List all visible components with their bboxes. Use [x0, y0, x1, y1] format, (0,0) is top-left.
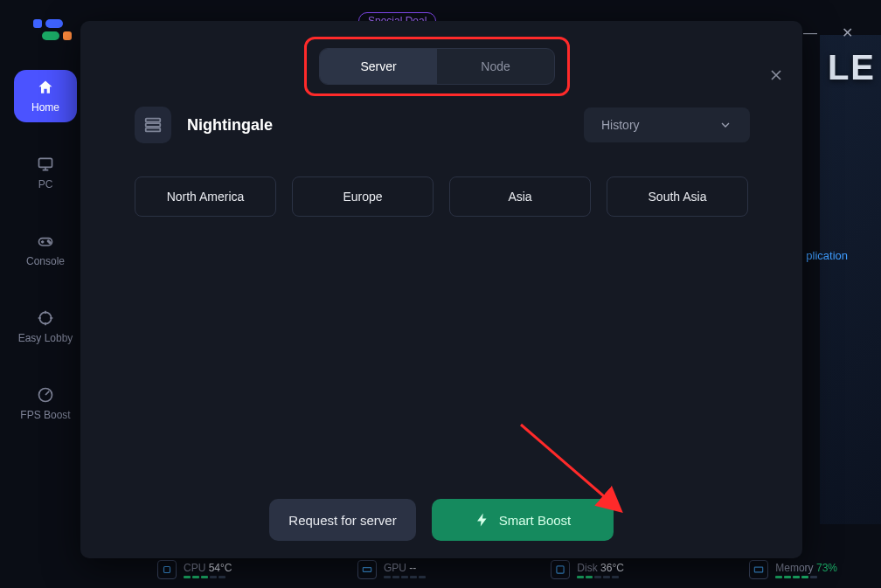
modal-close-button[interactable]	[767, 66, 785, 87]
sidebar-item-fps-boost[interactable]: FPS Boost	[14, 377, 77, 430]
svg-rect-0	[39, 158, 52, 167]
gauge-icon	[37, 386, 54, 404]
sidebar-item-home[interactable]: Home	[14, 70, 77, 122]
server-node-tabs: Server Node	[319, 48, 555, 85]
background-title-fragment: LE	[828, 48, 876, 87]
memory-stat: Memory 73%	[749, 560, 837, 579]
region-europe[interactable]: Europe	[292, 176, 434, 217]
app-logo	[33, 19, 72, 40]
gpu-icon	[357, 560, 377, 579]
request-server-button[interactable]: Request for server	[269, 499, 416, 541]
tab-highlight-annotation: Server Node	[304, 37, 570, 96]
svg-rect-11	[146, 123, 161, 127]
disk-icon	[551, 560, 570, 579]
sidebar-item-console[interactable]: Console	[14, 224, 77, 276]
sidebar-item-label: PC	[38, 178, 53, 190]
sidebar-item-label: FPS Boost	[20, 409, 70, 421]
svg-rect-7	[363, 568, 371, 572]
server-select-modal: Server Node Nightingale History North Am…	[80, 21, 802, 558]
gamepad-icon	[37, 232, 54, 250]
window-controls: — ✕	[803, 24, 853, 41]
server-stack-icon	[135, 107, 171, 143]
history-label: History	[601, 118, 640, 132]
sidebar-item-label: Home	[31, 101, 59, 114]
region-north-america[interactable]: North America	[135, 176, 276, 217]
crosshair-icon	[37, 309, 54, 327]
sidebar-item-easy-lobby[interactable]: Easy Lobby	[14, 301, 77, 353]
disk-stat: Disk 36°C	[551, 560, 624, 579]
close-icon[interactable]: ✕	[842, 24, 853, 41]
tab-server[interactable]: Server	[320, 49, 437, 84]
svg-rect-10	[146, 119, 161, 122]
svg-point-4	[39, 312, 51, 323]
sidebar-item-label: Easy Lobby	[18, 332, 73, 344]
svg-rect-9	[755, 567, 763, 572]
smart-boost-label: Smart Boost	[499, 513, 572, 528]
region-south-asia[interactable]: South Asia	[607, 176, 748, 217]
cpu-stat: CPU 54°C	[157, 560, 232, 579]
system-stats-bar: CPU 54°C GPU -- Disk 36°C Memory 73%	[157, 560, 837, 579]
background-link-fragment: plication	[806, 249, 848, 262]
game-title: Nightingale	[187, 116, 273, 135]
minimize-icon[interactable]: —	[803, 25, 817, 41]
smart-boost-button[interactable]: Smart Boost	[432, 499, 614, 541]
svg-rect-6	[164, 567, 170, 573]
monitor-icon	[37, 156, 54, 173]
home-icon	[37, 79, 54, 96]
svg-point-3	[49, 242, 51, 244]
history-dropdown[interactable]: History	[584, 107, 750, 142]
region-asia[interactable]: Asia	[449, 176, 591, 217]
sidebar: Home PC Console Easy Lobby FPS Boost	[14, 70, 77, 430]
lightning-icon	[475, 512, 490, 528]
svg-rect-8	[557, 566, 564, 573]
sidebar-item-pc[interactable]: PC	[14, 147, 77, 199]
svg-rect-12	[146, 128, 161, 132]
chevron-down-icon	[718, 118, 732, 132]
gpu-stat: GPU --	[357, 560, 426, 579]
svg-line-13	[521, 425, 617, 508]
cpu-icon	[157, 560, 177, 579]
tab-node[interactable]: Node	[437, 49, 554, 84]
sidebar-item-label: Console	[26, 255, 65, 267]
region-list: North America Europe Asia South Asia	[135, 176, 748, 217]
memory-icon	[749, 560, 768, 579]
background-art	[820, 35, 881, 524]
